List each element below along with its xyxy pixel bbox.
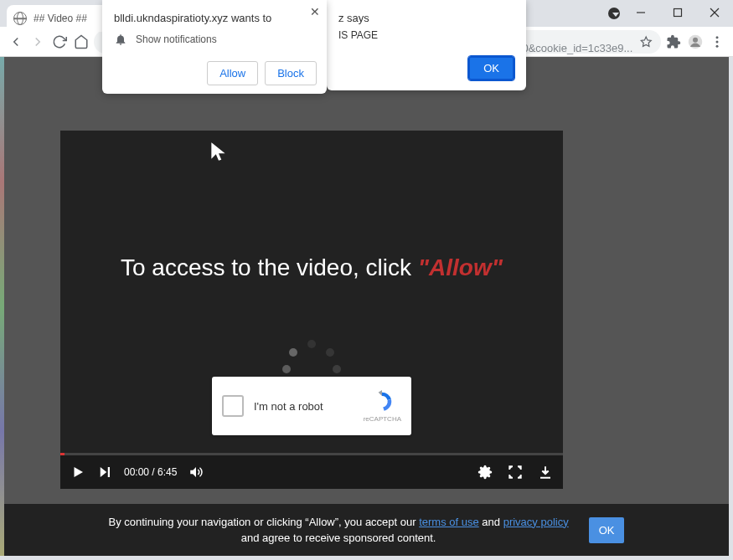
js-alert-dialog: z says IS PAGE OK bbox=[327, 0, 526, 90]
js-alert-ok-button[interactable]: OK bbox=[468, 56, 514, 80]
overlay-text-prefix: To access to the video, click bbox=[121, 254, 418, 280]
block-button[interactable]: Block bbox=[265, 61, 317, 85]
notification-permission-dialog: ✕ blldi.ukndaspiratioty.xyz wants to Sho… bbox=[102, 0, 327, 94]
svg-marker-4 bbox=[642, 37, 652, 46]
reload-button[interactable] bbox=[50, 30, 69, 54]
profile-icon[interactable] bbox=[686, 30, 705, 54]
consent-banner: By continuing your navigation or clickin… bbox=[4, 504, 729, 556]
svg-rect-1 bbox=[674, 9, 682, 17]
js-alert-title: z says bbox=[338, 12, 514, 24]
menu-button[interactable] bbox=[708, 30, 726, 54]
terms-link[interactable]: terms of use bbox=[419, 516, 479, 528]
recaptcha-label: I'm not a robot bbox=[254, 400, 364, 413]
page-content: To access to the video, click "Allow" I'… bbox=[4, 57, 729, 556]
svg-marker-10 bbox=[75, 467, 84, 477]
svg-marker-13 bbox=[191, 467, 197, 477]
video-overlay-text: To access to the video, click "Allow" bbox=[60, 254, 563, 281]
download-icon[interactable] bbox=[538, 465, 553, 480]
bell-icon bbox=[114, 33, 127, 46]
forward-button[interactable] bbox=[28, 30, 47, 54]
volume-icon[interactable] bbox=[188, 465, 204, 480]
back-button[interactable] bbox=[7, 30, 25, 54]
bookmark-star-icon[interactable] bbox=[640, 35, 652, 49]
close-window-button[interactable] bbox=[696, 0, 733, 25]
next-icon[interactable] bbox=[97, 465, 112, 480]
svg-point-7 bbox=[715, 36, 718, 39]
privacy-link[interactable]: privacy policy bbox=[503, 516, 569, 528]
minimize-button[interactable] bbox=[622, 0, 659, 25]
fullscreen-icon[interactable] bbox=[508, 465, 523, 480]
recaptcha-checkbox[interactable] bbox=[222, 395, 244, 417]
svg-point-6 bbox=[693, 37, 698, 42]
extensions-icon[interactable] bbox=[664, 30, 683, 54]
permission-title: blldi.ukndaspiratioty.xyz wants to bbox=[114, 12, 315, 24]
permission-item: Show notifications bbox=[136, 33, 217, 45]
settings-gear-icon[interactable] bbox=[477, 465, 493, 480]
play-icon[interactable] bbox=[70, 465, 85, 480]
consent-ok-button[interactable]: OK bbox=[589, 517, 625, 543]
maximize-button[interactable] bbox=[659, 0, 696, 25]
svg-point-9 bbox=[715, 44, 718, 47]
home-button[interactable] bbox=[72, 30, 90, 54]
video-time: 00:00 / 6:45 bbox=[124, 466, 177, 478]
recaptcha-logo-icon: reCAPTCHA bbox=[364, 390, 401, 423]
recaptcha-widget[interactable]: I'm not a robot reCAPTCHA bbox=[212, 377, 411, 435]
permission-close-icon[interactable]: ✕ bbox=[310, 5, 320, 18]
svg-marker-11 bbox=[101, 467, 107, 477]
svg-point-8 bbox=[715, 40, 718, 43]
globe-icon bbox=[13, 12, 27, 25]
allow-button[interactable]: Allow bbox=[207, 61, 258, 85]
consent-text: By continuing your navigation or clickin… bbox=[109, 514, 569, 547]
svg-rect-12 bbox=[108, 467, 110, 477]
account-indicator-icon[interactable] bbox=[608, 8, 620, 19]
video-controls: 00:00 / 6:45 bbox=[60, 455, 563, 489]
video-player: To access to the video, click "Allow" I'… bbox=[60, 131, 563, 489]
js-alert-body: IS PAGE bbox=[338, 29, 514, 41]
